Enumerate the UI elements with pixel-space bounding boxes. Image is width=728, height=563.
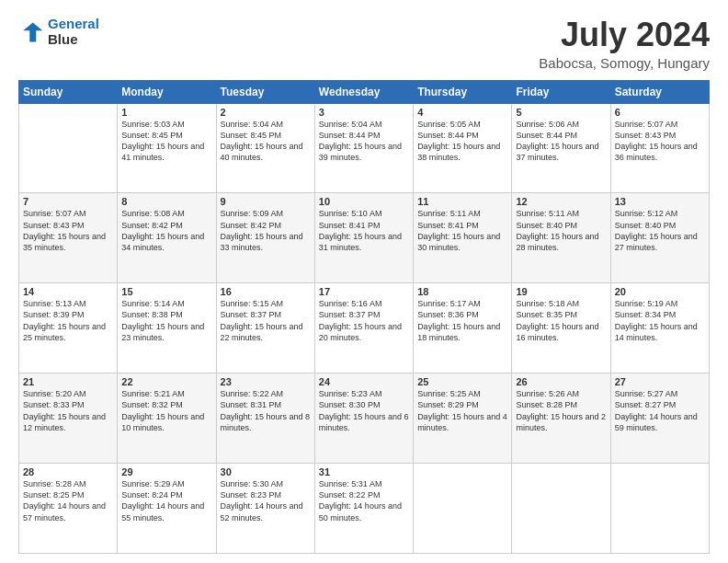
- calendar-cell: 25Sunrise: 5:25 AMSunset: 8:29 PMDayligh…: [414, 373, 512, 464]
- day-number: 15: [121, 286, 211, 297]
- day-number: 9: [221, 196, 311, 207]
- day-info: Sunrise: 5:05 AMSunset: 8:44 PMDaylight:…: [417, 119, 507, 164]
- day-info: Sunrise: 5:07 AMSunset: 8:43 PMDaylight:…: [23, 208, 113, 253]
- calendar-cell: 5Sunrise: 5:06 AMSunset: 8:44 PMDaylight…: [512, 103, 610, 193]
- calendar-table: SundayMondayTuesdayWednesdayThursdayFrid…: [18, 80, 710, 554]
- day-info: Sunrise: 5:29 AMSunset: 8:24 PMDaylight:…: [121, 478, 211, 523]
- calendar-cell: 18Sunrise: 5:17 AMSunset: 8:36 PMDayligh…: [414, 283, 512, 373]
- calendar-cell: 10Sunrise: 5:10 AMSunset: 8:41 PMDayligh…: [314, 193, 413, 283]
- calendar-header-monday: Monday: [118, 80, 216, 103]
- day-number: 2: [221, 107, 311, 118]
- day-info: Sunrise: 5:19 AMSunset: 8:34 PMDaylight:…: [615, 298, 705, 343]
- day-info: Sunrise: 5:21 AMSunset: 8:32 PMDaylight:…: [121, 388, 211, 433]
- day-number: 24: [319, 376, 409, 387]
- day-info: Sunrise: 5:06 AMSunset: 8:44 PMDaylight:…: [516, 119, 606, 164]
- day-number: 7: [23, 196, 113, 207]
- calendar-cell: 31Sunrise: 5:31 AMSunset: 8:22 PMDayligh…: [314, 464, 413, 554]
- calendar-cell: 22Sunrise: 5:21 AMSunset: 8:32 PMDayligh…: [118, 373, 216, 464]
- day-number: 6: [615, 107, 705, 118]
- day-number: 4: [417, 107, 507, 118]
- calendar-week-5: 28Sunrise: 5:28 AMSunset: 8:25 PMDayligh…: [19, 464, 710, 554]
- calendar-cell: 17Sunrise: 5:16 AMSunset: 8:37 PMDayligh…: [314, 283, 413, 373]
- calendar-cell: 13Sunrise: 5:12 AMSunset: 8:40 PMDayligh…: [610, 193, 709, 283]
- day-info: Sunrise: 5:10 AMSunset: 8:41 PMDaylight:…: [319, 208, 409, 253]
- calendar-cell: 24Sunrise: 5:23 AMSunset: 8:30 PMDayligh…: [314, 373, 413, 464]
- calendar-week-3: 14Sunrise: 5:13 AMSunset: 8:39 PMDayligh…: [19, 283, 710, 373]
- calendar-week-2: 7Sunrise: 5:07 AMSunset: 8:43 PMDaylight…: [19, 193, 710, 283]
- day-number: 14: [23, 286, 113, 297]
- calendar-header-wednesday: Wednesday: [314, 80, 413, 103]
- day-number: 31: [319, 466, 409, 477]
- day-number: 12: [516, 196, 606, 207]
- day-number: 22: [121, 376, 211, 387]
- calendar-cell: 26Sunrise: 5:26 AMSunset: 8:28 PMDayligh…: [512, 373, 610, 464]
- calendar-cell: 7Sunrise: 5:07 AMSunset: 8:43 PMDaylight…: [19, 193, 118, 283]
- day-info: Sunrise: 5:12 AMSunset: 8:40 PMDaylight:…: [615, 208, 705, 253]
- day-number: 25: [417, 376, 507, 387]
- calendar-cell: 15Sunrise: 5:14 AMSunset: 8:38 PMDayligh…: [118, 283, 216, 373]
- calendar-cell: 20Sunrise: 5:19 AMSunset: 8:34 PMDayligh…: [610, 283, 709, 373]
- day-info: Sunrise: 5:16 AMSunset: 8:37 PMDaylight:…: [319, 298, 409, 343]
- day-info: Sunrise: 5:11 AMSunset: 8:41 PMDaylight:…: [417, 208, 507, 253]
- day-number: 1: [121, 107, 211, 118]
- calendar-cell: 21Sunrise: 5:20 AMSunset: 8:33 PMDayligh…: [19, 373, 118, 464]
- day-info: Sunrise: 5:11 AMSunset: 8:40 PMDaylight:…: [516, 208, 606, 253]
- day-info: Sunrise: 5:18 AMSunset: 8:35 PMDaylight:…: [516, 298, 606, 343]
- day-number: 11: [417, 196, 507, 207]
- calendar-cell: 8Sunrise: 5:08 AMSunset: 8:42 PMDaylight…: [118, 193, 216, 283]
- day-number: 10: [319, 196, 409, 207]
- day-info: Sunrise: 5:13 AMSunset: 8:39 PMDaylight:…: [23, 298, 113, 343]
- page: General Blue July 2024 Babocsa, Somogy, …: [0, 0, 728, 563]
- day-number: 18: [417, 286, 507, 297]
- day-number: 20: [615, 286, 705, 297]
- day-number: 26: [516, 376, 606, 387]
- logo-text: General Blue: [48, 17, 99, 47]
- calendar-header-friday: Friday: [512, 80, 610, 103]
- day-info: Sunrise: 5:28 AMSunset: 8:25 PMDaylight:…: [23, 478, 113, 523]
- day-info: Sunrise: 5:14 AMSunset: 8:38 PMDaylight:…: [121, 298, 211, 343]
- calendar-cell: 28Sunrise: 5:28 AMSunset: 8:25 PMDayligh…: [19, 464, 118, 554]
- calendar-cell: [610, 464, 709, 554]
- day-number: 23: [221, 376, 311, 387]
- calendar-cell: 4Sunrise: 5:05 AMSunset: 8:44 PMDaylight…: [414, 103, 512, 193]
- day-info: Sunrise: 5:08 AMSunset: 8:42 PMDaylight:…: [121, 208, 211, 253]
- calendar-cell: 1Sunrise: 5:03 AMSunset: 8:45 PMDaylight…: [118, 103, 216, 193]
- day-info: Sunrise: 5:27 AMSunset: 8:27 PMDaylight:…: [615, 388, 705, 433]
- day-info: Sunrise: 5:04 AMSunset: 8:45 PMDaylight:…: [221, 119, 311, 164]
- day-number: 8: [121, 196, 211, 207]
- calendar-header-thursday: Thursday: [414, 80, 512, 103]
- day-number: 29: [121, 466, 211, 477]
- main-title: July 2024: [539, 17, 710, 53]
- calendar-header-row: SundayMondayTuesdayWednesdayThursdayFrid…: [19, 80, 710, 103]
- day-number: 28: [23, 466, 113, 477]
- calendar-cell: 3Sunrise: 5:04 AMSunset: 8:44 PMDaylight…: [314, 103, 413, 193]
- calendar-cell: [512, 464, 610, 554]
- calendar-header-tuesday: Tuesday: [216, 80, 314, 103]
- calendar-header-sunday: Sunday: [19, 80, 118, 103]
- day-info: Sunrise: 5:26 AMSunset: 8:28 PMDaylight:…: [516, 388, 606, 433]
- day-info: Sunrise: 5:30 AMSunset: 8:23 PMDaylight:…: [221, 478, 311, 523]
- day-info: Sunrise: 5:23 AMSunset: 8:30 PMDaylight:…: [319, 388, 409, 433]
- day-info: Sunrise: 5:22 AMSunset: 8:31 PMDaylight:…: [221, 388, 311, 433]
- day-number: 3: [319, 107, 409, 118]
- calendar-cell: 23Sunrise: 5:22 AMSunset: 8:31 PMDayligh…: [216, 373, 314, 464]
- day-info: Sunrise: 5:20 AMSunset: 8:33 PMDaylight:…: [23, 388, 113, 433]
- svg-marker-0: [23, 22, 42, 41]
- calendar-cell: 2Sunrise: 5:04 AMSunset: 8:45 PMDaylight…: [216, 103, 314, 193]
- day-number: 27: [615, 376, 705, 387]
- calendar-week-1: 1Sunrise: 5:03 AMSunset: 8:45 PMDaylight…: [19, 103, 710, 193]
- calendar-cell: 11Sunrise: 5:11 AMSunset: 8:41 PMDayligh…: [414, 193, 512, 283]
- day-info: Sunrise: 5:31 AMSunset: 8:22 PMDaylight:…: [319, 478, 409, 523]
- subtitle: Babocsa, Somogy, Hungary: [539, 55, 710, 71]
- calendar-cell: 29Sunrise: 5:29 AMSunset: 8:24 PMDayligh…: [118, 464, 216, 554]
- calendar-cell: 12Sunrise: 5:11 AMSunset: 8:40 PMDayligh…: [512, 193, 610, 283]
- day-number: 17: [319, 286, 409, 297]
- calendar-cell: 16Sunrise: 5:15 AMSunset: 8:37 PMDayligh…: [216, 283, 314, 373]
- calendar-cell: [414, 464, 512, 554]
- day-info: Sunrise: 5:15 AMSunset: 8:37 PMDaylight:…: [221, 298, 311, 343]
- calendar-cell: 9Sunrise: 5:09 AMSunset: 8:42 PMDaylight…: [216, 193, 314, 283]
- day-info: Sunrise: 5:17 AMSunset: 8:36 PMDaylight:…: [417, 298, 507, 343]
- day-info: Sunrise: 5:09 AMSunset: 8:42 PMDaylight:…: [221, 208, 311, 253]
- calendar-week-4: 21Sunrise: 5:20 AMSunset: 8:33 PMDayligh…: [19, 373, 710, 464]
- day-number: 30: [221, 466, 311, 477]
